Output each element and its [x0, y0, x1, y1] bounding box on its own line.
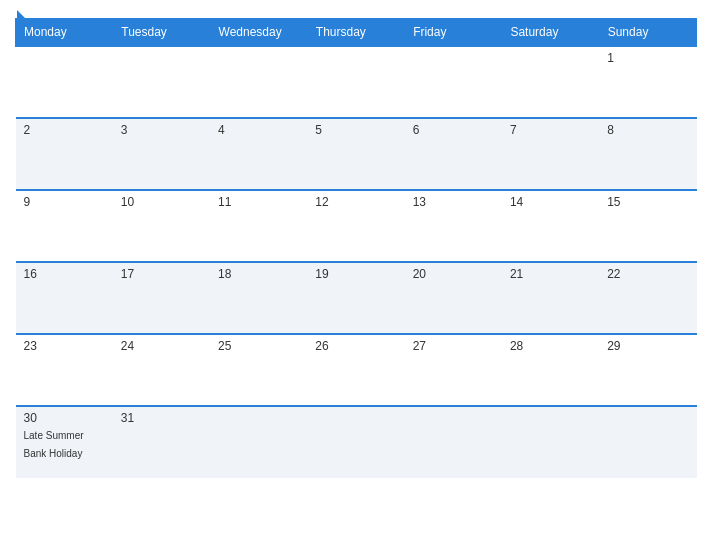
day-number: 1	[607, 51, 688, 65]
calendar-cell: 28	[502, 334, 599, 406]
day-number: 4	[218, 123, 299, 137]
day-number: 14	[510, 195, 591, 209]
calendar-cell: 6	[405, 118, 502, 190]
calendar-cell	[307, 406, 404, 478]
calendar-cell: 3	[113, 118, 210, 190]
calendar-cell: 29	[599, 334, 696, 406]
day-number: 11	[218, 195, 299, 209]
calendar-cell: 20	[405, 262, 502, 334]
logo-blue-text	[15, 10, 25, 20]
day-number: 28	[510, 339, 591, 353]
calendar-cell: 13	[405, 190, 502, 262]
calendar-cell: 19	[307, 262, 404, 334]
day-number: 16	[24, 267, 105, 281]
day-number: 26	[315, 339, 396, 353]
calendar-cell: 17	[113, 262, 210, 334]
calendar-cell: 31	[113, 406, 210, 478]
weekday-monday: Monday	[16, 19, 113, 47]
calendar-body: 1234567891011121314151617181920212223242…	[16, 46, 697, 478]
calendar-cell: 18	[210, 262, 307, 334]
weekday-thursday: Thursday	[307, 19, 404, 47]
calendar-cell: 21	[502, 262, 599, 334]
day-number: 22	[607, 267, 688, 281]
calendar-cell: 22	[599, 262, 696, 334]
day-number: 19	[315, 267, 396, 281]
calendar-page: Monday Tuesday Wednesday Thursday Friday…	[0, 0, 712, 550]
day-number: 31	[121, 411, 202, 425]
calendar-cell: 7	[502, 118, 599, 190]
day-number: 3	[121, 123, 202, 137]
day-number: 12	[315, 195, 396, 209]
weekday-saturday: Saturday	[502, 19, 599, 47]
calendar-cell: 24	[113, 334, 210, 406]
weekday-sunday: Sunday	[599, 19, 696, 47]
calendar-cell: 12	[307, 190, 404, 262]
day-number: 29	[607, 339, 688, 353]
day-number: 17	[121, 267, 202, 281]
day-number: 6	[413, 123, 494, 137]
day-number: 18	[218, 267, 299, 281]
day-number: 25	[218, 339, 299, 353]
day-number: 21	[510, 267, 591, 281]
day-number: 9	[24, 195, 105, 209]
calendar-week-5: 23242526272829	[16, 334, 697, 406]
calendar-cell: 27	[405, 334, 502, 406]
calendar-cell	[210, 46, 307, 118]
calendar-cell: 16	[16, 262, 113, 334]
day-number: 30	[24, 411, 105, 425]
calendar-cell: 10	[113, 190, 210, 262]
day-number: 8	[607, 123, 688, 137]
day-number: 20	[413, 267, 494, 281]
day-number: 15	[607, 195, 688, 209]
calendar-cell	[405, 46, 502, 118]
calendar-cell: 25	[210, 334, 307, 406]
weekday-friday: Friday	[405, 19, 502, 47]
calendar-week-2: 2345678	[16, 118, 697, 190]
calendar-cell: 9	[16, 190, 113, 262]
calendar-cell: 5	[307, 118, 404, 190]
calendar-table: Monday Tuesday Wednesday Thursday Friday…	[15, 18, 697, 478]
calendar-cell: 23	[16, 334, 113, 406]
calendar-cell: 26	[307, 334, 404, 406]
day-number: 2	[24, 123, 105, 137]
calendar-cell: 15	[599, 190, 696, 262]
calendar-cell	[210, 406, 307, 478]
calendar-header-row: Monday Tuesday Wednesday Thursday Friday…	[16, 19, 697, 47]
weekday-wednesday: Wednesday	[210, 19, 307, 47]
calendar-cell	[113, 46, 210, 118]
calendar-cell	[502, 406, 599, 478]
calendar-cell: 30Late Summer Bank Holiday	[16, 406, 113, 478]
day-number: 23	[24, 339, 105, 353]
calendar-cell: 4	[210, 118, 307, 190]
calendar-week-6: 30Late Summer Bank Holiday31	[16, 406, 697, 478]
logo	[15, 10, 25, 20]
calendar-cell: 11	[210, 190, 307, 262]
calendar-cell: 8	[599, 118, 696, 190]
calendar-cell: 1	[599, 46, 696, 118]
logo-triangle-icon	[17, 10, 25, 18]
calendar-cell	[16, 46, 113, 118]
weekday-tuesday: Tuesday	[113, 19, 210, 47]
calendar-week-1: 1	[16, 46, 697, 118]
calendar-cell	[405, 406, 502, 478]
calendar-cell	[502, 46, 599, 118]
day-number: 7	[510, 123, 591, 137]
day-number: 13	[413, 195, 494, 209]
day-number: 24	[121, 339, 202, 353]
day-number: 5	[315, 123, 396, 137]
event-label: Late Summer Bank Holiday	[24, 430, 84, 459]
calendar-week-3: 9101112131415	[16, 190, 697, 262]
day-number: 27	[413, 339, 494, 353]
calendar-cell	[599, 406, 696, 478]
calendar-cell: 14	[502, 190, 599, 262]
calendar-cell	[307, 46, 404, 118]
calendar-cell: 2	[16, 118, 113, 190]
calendar-week-4: 16171819202122	[16, 262, 697, 334]
day-number: 10	[121, 195, 202, 209]
